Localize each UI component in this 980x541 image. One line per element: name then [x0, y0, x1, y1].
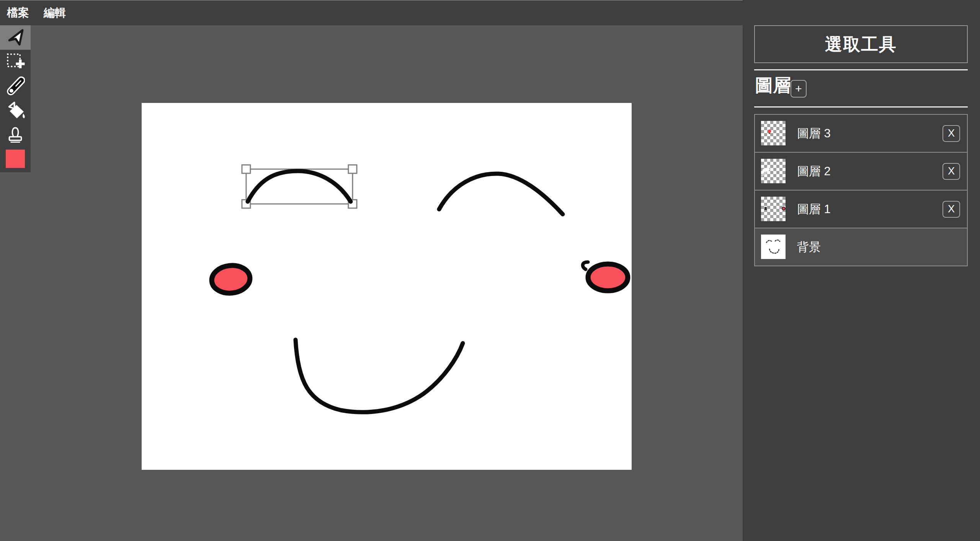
panel-divider	[754, 106, 968, 108]
toolbar	[0, 25, 31, 172]
paint-app: 檔案 編輯	[0, 0, 980, 541]
layer-thumbnail	[761, 121, 786, 145]
right-eyebrow-stroke	[439, 174, 563, 214]
delete-layer-button[interactable]: X	[942, 125, 960, 142]
layer-name: 圖層 2	[797, 163, 831, 179]
layer-name: 圖層 3	[797, 125, 831, 142]
layer-row-background[interactable]: 背景	[755, 228, 967, 266]
marquee-add-icon	[5, 52, 25, 72]
color-swatch-cell[interactable]	[0, 148, 31, 172]
layer-list: 圖層 3 X 圖層 2 X	[754, 114, 968, 266]
delete-layer-button[interactable]: X	[942, 201, 960, 218]
layer-thumbnail	[761, 159, 786, 183]
cursor-icon	[6, 27, 25, 48]
canvas-artwork	[142, 103, 632, 470]
right-cheek-hook-stroke	[583, 262, 588, 269]
stamp-tool-button[interactable]	[0, 123, 31, 148]
paint-bucket-icon	[5, 100, 25, 122]
fill-tool-button[interactable]	[0, 99, 31, 123]
smile-stroke	[296, 340, 463, 412]
layer-row-layer1[interactable]: 圖層 1 X	[755, 190, 967, 228]
right-panel: 選取工具 圖層 + 圖層 3 X	[743, 0, 980, 541]
active-tool-title: 選取工具	[754, 25, 968, 63]
menu-edit[interactable]: 編輯	[44, 5, 66, 21]
layer-thumbnail	[761, 235, 786, 259]
current-color-swatch[interactable]	[6, 150, 25, 168]
add-layer-button[interactable]: +	[791, 80, 807, 98]
drawing-canvas[interactable]	[142, 103, 632, 470]
brush-icon	[6, 76, 25, 97]
layer-thumbnail	[761, 197, 786, 221]
right-cheek-blob	[588, 264, 628, 291]
delete-layer-button[interactable]: X	[942, 163, 960, 180]
layers-header: 圖層	[755, 73, 791, 98]
menu-file[interactable]: 檔案	[7, 5, 29, 21]
marquee-select-tool-button[interactable]	[0, 50, 31, 74]
layer-name: 圖層 1	[797, 201, 831, 217]
selection-handle-top-left[interactable]	[242, 165, 250, 173]
left-eyebrow-stroke[interactable]	[248, 171, 351, 202]
panel-divider	[754, 69, 968, 70]
select-tool-button[interactable]	[0, 25, 31, 50]
selection-handle-top-right[interactable]	[348, 165, 357, 173]
stamp-icon	[6, 125, 25, 146]
layer-name: 背景	[797, 239, 821, 255]
brush-tool-button[interactable]	[0, 74, 31, 99]
left-cheek-blob	[211, 264, 252, 295]
layer-row-layer2[interactable]: 圖層 2 X	[755, 152, 967, 190]
layer-row-layer3[interactable]: 圖層 3 X	[755, 115, 967, 152]
